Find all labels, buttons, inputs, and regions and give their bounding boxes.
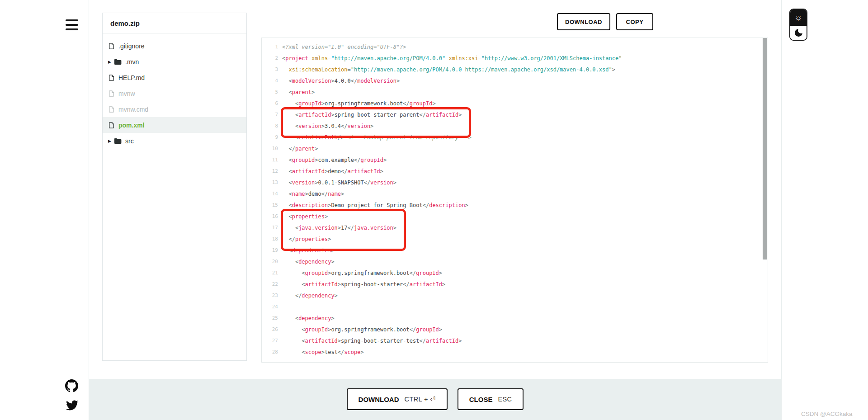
line-number: 17 (262, 225, 278, 231)
tree-item-mvnw[interactable]: mvnw (103, 85, 246, 101)
tree-item-.gitignore[interactable]: .gitignore (103, 38, 246, 54)
file-icon (108, 122, 115, 129)
code-line: 6 <groupId>org.springframework.boot</gro… (262, 98, 768, 109)
line-number: 26 (262, 326, 278, 332)
line-number: 20 (262, 259, 278, 264)
theme-toggle: ☼ (789, 9, 807, 41)
line-number: 1 (262, 44, 278, 50)
line-number: 12 (262, 168, 278, 174)
line-number: 14 (262, 191, 278, 197)
caret-right-icon: ▶ (108, 139, 114, 143)
code-line-content: <artifactId>spring-boot-starter-parent</… (282, 112, 462, 118)
line-number: 28 (262, 349, 278, 355)
code-line: 9 <relativePath/> <!-- Lookup parent fro… (262, 132, 768, 143)
github-link[interactable] (65, 379, 78, 394)
caret-right-icon: ▶ (108, 60, 114, 64)
twitter-link[interactable] (65, 399, 79, 413)
archive-title: demo.zip (103, 13, 246, 33)
code-line-content: <artifactId>spring-boot-starter</artifac… (282, 281, 445, 288)
file-icon (108, 90, 115, 97)
line-number: 15 (262, 202, 278, 208)
tree-item-src[interactable]: ▶src (103, 133, 246, 149)
line-number: 7 (262, 112, 278, 118)
code-line: 11 <groupId>com.example</groupId> (262, 154, 768, 165)
line-number: 22 (262, 281, 278, 287)
code-line: 18 </properties> (262, 233, 768, 245)
sun-icon: ☼ (794, 13, 802, 23)
hamburger-icon (66, 19, 78, 21)
line-number: 27 (262, 338, 278, 344)
code-line-content: </properties> (282, 236, 331, 242)
code-line-content: <groupId>com.example</groupId> (282, 157, 387, 163)
dialog-footer: DOWNLOAD CTRL + ⏎ CLOSE ESC (89, 379, 781, 420)
tree-item-label: HELP.md (118, 74, 145, 81)
line-number: 18 (262, 236, 278, 242)
code-lines: 1<?xml version="1.0" encoding="UTF-8"?>2… (262, 41, 768, 358)
line-number: 11 (262, 157, 278, 163)
code-line-content: <version>0.0.1-SNAPSHOT</version> (282, 179, 396, 186)
line-number: 13 (262, 179, 278, 185)
code-line: 4 <modelVersion>4.0.0</modelVersion> (262, 75, 768, 86)
footer-download-label: DOWNLOAD (359, 396, 399, 403)
line-number: 16 (262, 213, 278, 219)
line-number: 23 (262, 293, 278, 298)
code-line-content: <name>demo</name> (282, 191, 344, 197)
code-line: 26 <groupId>org.springframework.boot</gr… (262, 324, 768, 335)
watermark: CSDN @ACGkaka_ (801, 411, 856, 417)
line-number: 21 (262, 270, 278, 276)
code-line-content: <artifactId>spring-boot-starter-test</ar… (282, 338, 462, 344)
moon-icon (795, 29, 802, 37)
file-tree-panel: demo.zip .gitignore▶.mvnHELP.mdmvnwmvnw.… (102, 13, 247, 361)
code-line: 3 xsi:schemaLocation="http://maven.apach… (262, 64, 768, 75)
menu-button[interactable] (66, 19, 78, 30)
close-label: CLOSE (469, 396, 493, 403)
line-number: 25 (262, 315, 278, 321)
line-number: 9 (262, 134, 278, 140)
code-line: 17 <java.version>17</java.version> (262, 222, 768, 233)
folder-icon (114, 59, 122, 65)
code-line: 21 <groupId>org.springframework.boot</gr… (262, 267, 768, 278)
dark-theme-button[interactable] (790, 26, 807, 40)
light-theme-button[interactable]: ☼ (790, 9, 807, 26)
scrollbar-thumb[interactable] (763, 38, 767, 260)
code-line: 14 <name>demo</name> (262, 188, 768, 199)
tree-item-.mvn[interactable]: ▶.mvn (103, 54, 246, 70)
code-line: 16 <properties> (262, 211, 768, 222)
footer-download-button[interactable]: DOWNLOAD CTRL + ⏎ (347, 388, 448, 410)
code-line: 12 <artifactId>demo</artifactId> (262, 165, 768, 177)
code-line-content: <project xmlns="http://maven.apache.org/… (282, 55, 622, 61)
code-line: 24 (262, 301, 768, 312)
code-line: 13 <version>0.0.1-SNAPSHOT</version> (262, 177, 768, 188)
line-number: 8 (262, 123, 278, 129)
code-line-content: <java.version>17</java.version> (282, 225, 396, 231)
tree-item-label: .mvn (125, 58, 139, 66)
line-number: 2 (262, 55, 278, 61)
file-tree: .gitignore▶.mvnHELP.mdmvnwmvnw.cmdpom.xm… (103, 33, 246, 149)
line-number: 24 (262, 304, 278, 310)
code-line: 20 <dependency> (262, 256, 768, 267)
tree-item-label: src (125, 137, 134, 145)
code-line: 28 <scope>test</scope> (262, 346, 768, 358)
line-number: 10 (262, 146, 278, 151)
close-button[interactable]: CLOSE ESC (458, 388, 524, 410)
code-line-content: <artifactId>demo</artifactId> (282, 168, 383, 175)
twitter-icon (65, 399, 79, 411)
download-button[interactable]: DOWNLOAD (557, 13, 610, 30)
tree-item-label: pom.xml (118, 122, 145, 129)
tree-item-label: mvnw.cmd (118, 106, 148, 113)
code-line-content: </parent> (282, 146, 318, 152)
code-line: 8 <version>3.0.4</version> (262, 120, 768, 132)
code-line: 2<project xmlns="http://maven.apache.org… (262, 52, 768, 64)
tree-item-mvnw.cmd[interactable]: mvnw.cmd (103, 101, 246, 117)
code-line-content: <version>3.0.4</version> (282, 123, 373, 129)
tree-item-pom.xml[interactable]: pom.xml (103, 117, 246, 133)
code-line-content: <dependencies> (282, 247, 335, 254)
code-line-content: <scope>test</scope> (282, 349, 364, 355)
code-line-content: <dependency> (282, 315, 335, 321)
tree-item-label: mvnw (118, 90, 135, 97)
copy-button[interactable]: COPY (616, 13, 653, 30)
code-line-content: <groupId>org.springframework.boot</group… (282, 270, 442, 276)
code-editor: 1<?xml version="1.0" encoding="UTF-8"?>2… (261, 38, 768, 363)
code-line: 5 <parent> (262, 86, 768, 98)
tree-item-HELP.md[interactable]: HELP.md (103, 70, 246, 85)
